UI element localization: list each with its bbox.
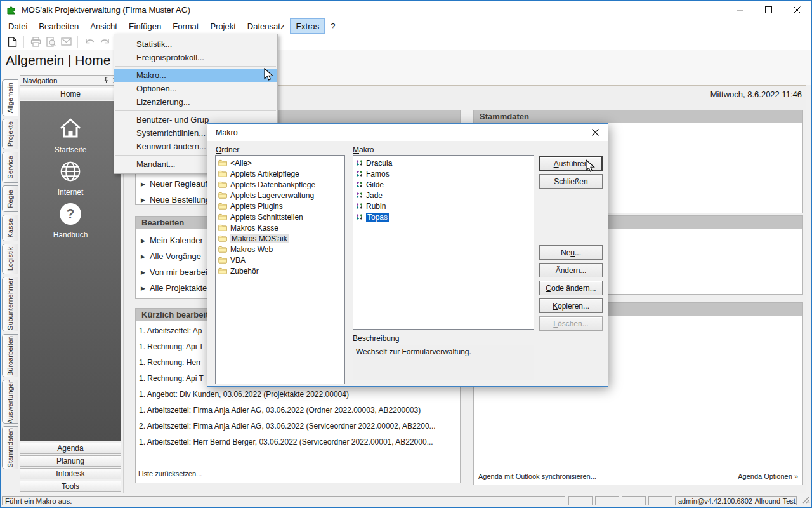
menu-item[interactable]: Makro... bbox=[114, 69, 277, 82]
aendern-button[interactable]: Ändern... bbox=[539, 263, 603, 277]
nav-bottom-groups: AgendaPlanungInfodeskTools bbox=[20, 441, 121, 492]
folder-item[interactable]: Makros Kasse bbox=[216, 222, 344, 233]
pin-icon[interactable] bbox=[103, 77, 109, 84]
folder-item[interactable]: Makros MOS'aik bbox=[216, 233, 344, 244]
sidebar-tab[interactable]: Subunternehmer bbox=[2, 277, 18, 331]
menu-item[interactable] bbox=[114, 109, 277, 113]
resize-grip[interactable] bbox=[802, 495, 810, 506]
app-window: MOS'aik Projektverwaltung (Firma Muster … bbox=[0, 0, 812, 508]
sidebar-tab[interactable]: Kasse bbox=[2, 215, 18, 241]
recent-document-link[interactable]: 1. Arbeitszettel: Firma Anja Adler AG, 0… bbox=[137, 403, 460, 418]
kopieren-button[interactable]: Kopieren... bbox=[539, 298, 603, 313]
macro-item[interactable]: Gilde bbox=[353, 179, 534, 190]
macro-item[interactable]: Rubin bbox=[353, 201, 534, 211]
folder-list-label: Ordner bbox=[216, 145, 239, 154]
close-button[interactable] bbox=[783, 1, 811, 18]
menu-item[interactable]: Ereignisprotokoll... bbox=[114, 51, 277, 64]
nav-item-internet[interactable]: Internet bbox=[20, 160, 121, 197]
macro-pinwheel-icon bbox=[356, 159, 363, 166]
nav-item-startseite[interactable]: Startseite bbox=[20, 115, 121, 154]
folder-item[interactable]: VBA bbox=[216, 255, 344, 265]
arrow-bullet-icon: ▶ bbox=[141, 269, 145, 276]
print-preview-icon[interactable] bbox=[45, 36, 56, 48]
navigation-title: Navigation bbox=[23, 77, 57, 84]
macro-item[interactable]: Jade bbox=[353, 190, 534, 201]
sidebar-tab[interactable]: Service bbox=[2, 152, 18, 183]
folder-item[interactable]: <Alle> bbox=[216, 157, 344, 168]
sidebar-tab[interactable]: Stammdaten bbox=[2, 426, 18, 469]
menubar-item[interactable]: Einfügen bbox=[123, 18, 167, 34]
menu-item[interactable] bbox=[114, 64, 277, 69]
macro-pinwheel-icon bbox=[356, 203, 363, 210]
folder-icon bbox=[218, 213, 227, 220]
arrow-bullet-icon: ▶ bbox=[141, 181, 145, 187]
outlook-sync-link[interactable]: Agenda mit Outlook synchronisieren... bbox=[478, 472, 596, 480]
reset-list-link[interactable]: Liste zurücksetzen... bbox=[138, 470, 202, 478]
menu-item[interactable]: Optionen... bbox=[114, 82, 277, 95]
folder-icon bbox=[218, 246, 227, 253]
sidebar-tab[interactable]: Auswertungen bbox=[2, 380, 18, 424]
undo-icon[interactable] bbox=[84, 36, 95, 48]
macro-listbox[interactable]: Dracula Famos bbox=[353, 155, 534, 330]
recent-document-link[interactable]: 2. Arbeitszettel: Firma Anja Adler AG, 0… bbox=[137, 418, 460, 434]
menubar-item[interactable]: Ansicht bbox=[84, 18, 123, 34]
folder-item[interactable]: Zubehör bbox=[216, 265, 344, 276]
help-icon: ? bbox=[59, 217, 82, 227]
menubar-item[interactable]: ? bbox=[325, 18, 341, 34]
macro-item[interactable]: Famos bbox=[353, 168, 534, 179]
menubar-item[interactable]: Extras bbox=[290, 18, 325, 34]
folder-icon bbox=[218, 257, 227, 264]
status-message: Führt ein Makro aus. bbox=[2, 496, 565, 505]
agenda-options-link[interactable]: Agenda Optionen » bbox=[738, 472, 798, 480]
sidebar-tab[interactable]: Projekte bbox=[2, 119, 18, 149]
menu-item[interactable]: Lizenzierung... bbox=[114, 95, 277, 109]
recent-document-link[interactable]: 1. Angebot: Div Kunden, 03.06.2022 (Proj… bbox=[137, 387, 460, 403]
recent-document-link[interactable]: 1. Arbeitszettel: Herr Bernd Berger, 03.… bbox=[137, 434, 460, 450]
code-aendern-button[interactable]: Code ändern... bbox=[539, 281, 603, 295]
menubar-item[interactable]: Datei bbox=[3, 18, 33, 34]
folder-icon bbox=[218, 170, 227, 177]
ausfuehren-button[interactable]: Ausführen bbox=[539, 156, 603, 171]
nav-group-bar[interactable]: Tools bbox=[20, 481, 121, 492]
nav-group-home[interactable]: Home bbox=[20, 88, 121, 100]
folder-item[interactable]: Applets Lagerverwaltung bbox=[216, 190, 344, 201]
folder-listbox[interactable]: <Alle> Applets Artikelpflege Apple bbox=[215, 155, 345, 384]
loeschen-button[interactable]: Löschen... bbox=[539, 316, 603, 331]
folder-item[interactable]: Applets Schnittstellen bbox=[216, 211, 344, 222]
window-title: MOS'aik Projektverwaltung (Firma Muster … bbox=[22, 5, 190, 15]
menubar-item[interactable]: Format bbox=[167, 18, 204, 34]
folder-icon bbox=[218, 181, 227, 188]
nav-group-bar[interactable]: Infodesk bbox=[20, 468, 121, 479]
schliessen-button[interactable]: Schließen bbox=[539, 174, 603, 189]
menubar-item[interactable]: Projekt bbox=[204, 18, 241, 34]
neu-button[interactable]: Neu... bbox=[539, 245, 603, 260]
print-icon[interactable] bbox=[30, 36, 41, 48]
nav-item-handbuch[interactable]: ? Handbuch bbox=[20, 203, 121, 239]
mail-icon[interactable] bbox=[60, 36, 72, 48]
folder-item[interactable]: Applets Plugins bbox=[216, 201, 344, 211]
dialog-close-icon[interactable] bbox=[588, 126, 602, 138]
redo-icon[interactable] bbox=[99, 36, 110, 48]
macro-item[interactable]: Topas bbox=[353, 211, 534, 222]
minimize-button[interactable] bbox=[726, 1, 754, 18]
sidebar-tab[interactable]: Büroarbeiten bbox=[2, 334, 18, 377]
sidebar-tab[interactable]: Regie bbox=[2, 185, 18, 212]
macro-pinwheel-icon bbox=[356, 181, 363, 188]
folder-item[interactable]: Applets Artikelpflege bbox=[216, 168, 344, 179]
folder-item[interactable]: Makros Web bbox=[216, 244, 344, 255]
status-segment bbox=[648, 496, 672, 505]
menubar-item[interactable]: Datensatz bbox=[242, 18, 291, 34]
sidebar-tab[interactable]: Allgemein bbox=[2, 79, 18, 116]
menu-item[interactable]: Statistik... bbox=[114, 37, 277, 51]
maximize-button[interactable] bbox=[754, 1, 783, 18]
folder-item[interactable]: Applets Datenbankpflege bbox=[216, 179, 344, 190]
status-segment bbox=[622, 496, 646, 505]
folder-icon bbox=[218, 235, 227, 242]
macro-item[interactable]: Dracula bbox=[353, 157, 534, 168]
nav-group-bar[interactable]: Agenda bbox=[20, 443, 121, 454]
sidebar-tab[interactable]: Logistik bbox=[2, 244, 18, 274]
stammdaten-section-header: Stammdaten bbox=[474, 110, 802, 123]
nav-group-bar[interactable]: Planung bbox=[20, 455, 121, 467]
new-document-icon[interactable] bbox=[6, 36, 18, 48]
menubar-item[interactable]: Bearbeiten bbox=[33, 18, 84, 34]
